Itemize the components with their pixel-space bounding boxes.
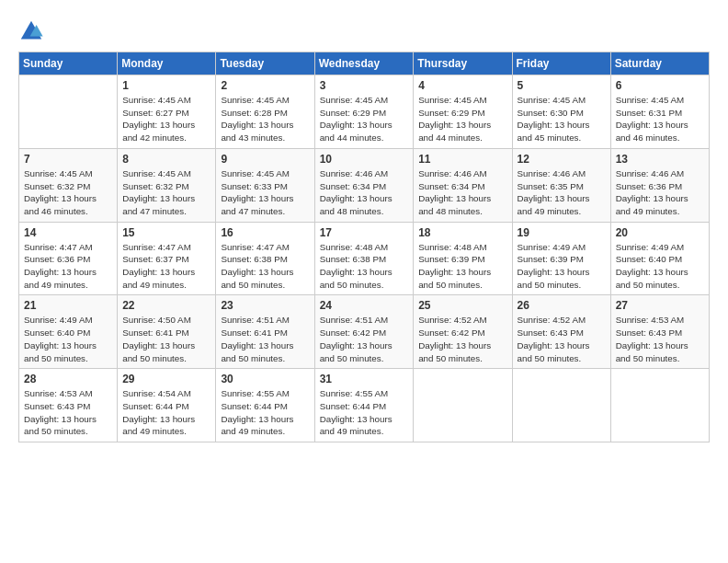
header-friday: Friday <box>512 52 610 75</box>
day-number: 25 <box>418 299 506 312</box>
day-info: Sunrise: 4:53 AM Sunset: 6:43 PM Dayligh… <box>616 314 704 364</box>
day-info: Sunrise: 4:47 AM Sunset: 6:38 PM Dayligh… <box>221 241 309 292</box>
logo-icon <box>18 18 44 44</box>
day-info: Sunrise: 4:45 AM Sunset: 6:28 PM Dayligh… <box>221 94 309 144</box>
day-info: Sunrise: 4:45 AM Sunset: 6:27 PM Dayligh… <box>122 94 210 144</box>
day-info: Sunrise: 4:47 AM Sunset: 6:37 PM Dayligh… <box>122 241 210 292</box>
calendar-cell: 16Sunrise: 4:47 AM Sunset: 6:38 PM Dayli… <box>216 222 314 295</box>
calendar-cell: 19Sunrise: 4:49 AM Sunset: 6:39 PM Dayli… <box>512 222 610 295</box>
calendar-cell: 14Sunrise: 4:47 AM Sunset: 6:36 PM Dayli… <box>19 222 118 295</box>
calendar-cell: 26Sunrise: 4:52 AM Sunset: 6:43 PM Dayli… <box>512 295 610 369</box>
day-number: 2 <box>221 79 309 92</box>
day-number: 16 <box>221 226 309 239</box>
header-thursday: Thursday <box>414 52 512 75</box>
header-wednesday: Wednesday <box>314 52 414 75</box>
day-number: 7 <box>24 153 112 166</box>
day-info: Sunrise: 4:51 AM Sunset: 6:42 PM Dayligh… <box>320 314 409 364</box>
calendar-cell: 1Sunrise: 4:45 AM Sunset: 6:27 PM Daylig… <box>118 75 216 149</box>
calendar-cell: 20Sunrise: 4:49 AM Sunset: 6:40 PM Dayli… <box>610 222 709 295</box>
day-number: 5 <box>518 79 606 92</box>
day-number: 11 <box>418 153 506 166</box>
day-info: Sunrise: 4:45 AM Sunset: 6:30 PM Dayligh… <box>518 94 606 144</box>
day-number: 31 <box>320 373 409 385</box>
day-info: Sunrise: 4:46 AM Sunset: 6:35 PM Dayligh… <box>518 167 606 218</box>
day-info: Sunrise: 4:45 AM Sunset: 6:31 PM Dayligh… <box>616 94 704 144</box>
day-info: Sunrise: 4:48 AM Sunset: 6:38 PM Dayligh… <box>320 241 409 292</box>
day-number: 10 <box>320 153 409 166</box>
day-info: Sunrise: 4:46 AM Sunset: 6:34 PM Dayligh… <box>418 167 506 218</box>
calendar-cell <box>610 369 709 442</box>
week-row-1: 1Sunrise: 4:45 AM Sunset: 6:27 PM Daylig… <box>19 75 710 149</box>
calendar-cell: 18Sunrise: 4:48 AM Sunset: 6:39 PM Dayli… <box>414 222 512 295</box>
calendar-cell: 4Sunrise: 4:45 AM Sunset: 6:29 PM Daylig… <box>414 75 512 149</box>
calendar-cell: 3Sunrise: 4:45 AM Sunset: 6:29 PM Daylig… <box>314 75 414 149</box>
day-number: 9 <box>221 153 309 166</box>
day-number: 26 <box>518 299 606 312</box>
day-info: Sunrise: 4:49 AM Sunset: 6:39 PM Dayligh… <box>518 241 606 292</box>
calendar-cell: 28Sunrise: 4:53 AM Sunset: 6:43 PM Dayli… <box>19 369 118 442</box>
day-info: Sunrise: 4:45 AM Sunset: 6:32 PM Dayligh… <box>122 167 210 218</box>
calendar-cell: 10Sunrise: 4:46 AM Sunset: 6:34 PM Dayli… <box>314 148 414 222</box>
day-number: 15 <box>122 226 210 239</box>
day-number: 20 <box>616 226 704 239</box>
calendar-cell: 25Sunrise: 4:52 AM Sunset: 6:42 PM Dayli… <box>414 295 512 369</box>
calendar-header-row: SundayMondayTuesdayWednesdayThursdayFrid… <box>19 52 710 75</box>
logo <box>18 18 48 44</box>
day-info: Sunrise: 4:53 AM Sunset: 6:43 PM Dayligh… <box>24 387 112 438</box>
header-sunday: Sunday <box>19 52 118 75</box>
calendar-cell: 8Sunrise: 4:45 AM Sunset: 6:32 PM Daylig… <box>118 148 216 222</box>
day-info: Sunrise: 4:55 AM Sunset: 6:44 PM Dayligh… <box>221 387 309 438</box>
header-monday: Monday <box>118 52 216 75</box>
day-number: 24 <box>320 299 409 312</box>
day-number: 14 <box>24 226 112 239</box>
day-info: Sunrise: 4:45 AM Sunset: 6:33 PM Dayligh… <box>221 167 309 218</box>
week-row-2: 7Sunrise: 4:45 AM Sunset: 6:32 PM Daylig… <box>19 148 710 222</box>
calendar-cell: 13Sunrise: 4:46 AM Sunset: 6:36 PM Dayli… <box>610 148 709 222</box>
day-info: Sunrise: 4:45 AM Sunset: 6:29 PM Dayligh… <box>418 94 506 144</box>
day-number: 28 <box>24 373 112 385</box>
calendar-cell: 23Sunrise: 4:51 AM Sunset: 6:41 PM Dayli… <box>216 295 314 369</box>
calendar-cell: 30Sunrise: 4:55 AM Sunset: 6:44 PM Dayli… <box>216 369 314 442</box>
day-number: 17 <box>320 226 409 239</box>
week-row-4: 21Sunrise: 4:49 AM Sunset: 6:40 PM Dayli… <box>19 295 710 369</box>
calendar-table: SundayMondayTuesdayWednesdayThursdayFrid… <box>18 52 710 442</box>
day-number: 27 <box>616 299 704 312</box>
day-number: 18 <box>418 226 506 239</box>
calendar-cell: 11Sunrise: 4:46 AM Sunset: 6:34 PM Dayli… <box>414 148 512 222</box>
day-number: 4 <box>418 79 506 92</box>
day-number: 30 <box>221 373 309 385</box>
day-number: 13 <box>616 153 704 166</box>
calendar-cell <box>512 369 610 442</box>
calendar-cell: 9Sunrise: 4:45 AM Sunset: 6:33 PM Daylig… <box>216 148 314 222</box>
day-info: Sunrise: 4:45 AM Sunset: 6:29 PM Dayligh… <box>320 94 409 144</box>
day-info: Sunrise: 4:52 AM Sunset: 6:43 PM Dayligh… <box>518 314 606 364</box>
day-number: 29 <box>122 373 210 385</box>
day-number: 22 <box>122 299 210 312</box>
day-info: Sunrise: 4:50 AM Sunset: 6:41 PM Dayligh… <box>122 314 210 364</box>
week-row-5: 28Sunrise: 4:53 AM Sunset: 6:43 PM Dayli… <box>19 369 710 442</box>
day-number: 1 <box>122 79 210 92</box>
day-number: 23 <box>221 299 309 312</box>
page-header <box>18 15 710 44</box>
calendar-cell <box>19 75 118 149</box>
day-info: Sunrise: 4:48 AM Sunset: 6:39 PM Dayligh… <box>418 241 506 292</box>
day-info: Sunrise: 4:49 AM Sunset: 6:40 PM Dayligh… <box>24 314 112 364</box>
calendar-cell <box>414 369 512 442</box>
calendar-cell: 21Sunrise: 4:49 AM Sunset: 6:40 PM Dayli… <box>19 295 118 369</box>
header-tuesday: Tuesday <box>216 52 314 75</box>
calendar-cell: 22Sunrise: 4:50 AM Sunset: 6:41 PM Dayli… <box>118 295 216 369</box>
calendar-cell: 2Sunrise: 4:45 AM Sunset: 6:28 PM Daylig… <box>216 75 314 149</box>
day-info: Sunrise: 4:47 AM Sunset: 6:36 PM Dayligh… <box>24 241 112 292</box>
day-number: 12 <box>518 153 606 166</box>
day-info: Sunrise: 4:49 AM Sunset: 6:40 PM Dayligh… <box>616 241 704 292</box>
day-number: 6 <box>616 79 704 92</box>
calendar-cell: 6Sunrise: 4:45 AM Sunset: 6:31 PM Daylig… <box>610 75 709 149</box>
week-row-3: 14Sunrise: 4:47 AM Sunset: 6:36 PM Dayli… <box>19 222 710 295</box>
calendar-cell: 24Sunrise: 4:51 AM Sunset: 6:42 PM Dayli… <box>314 295 414 369</box>
calendar-cell: 15Sunrise: 4:47 AM Sunset: 6:37 PM Dayli… <box>118 222 216 295</box>
day-info: Sunrise: 4:45 AM Sunset: 6:32 PM Dayligh… <box>24 167 112 218</box>
day-info: Sunrise: 4:55 AM Sunset: 6:44 PM Dayligh… <box>320 387 409 438</box>
calendar-cell: 29Sunrise: 4:54 AM Sunset: 6:44 PM Dayli… <box>118 369 216 442</box>
day-number: 19 <box>518 226 606 239</box>
day-info: Sunrise: 4:52 AM Sunset: 6:42 PM Dayligh… <box>418 314 506 364</box>
